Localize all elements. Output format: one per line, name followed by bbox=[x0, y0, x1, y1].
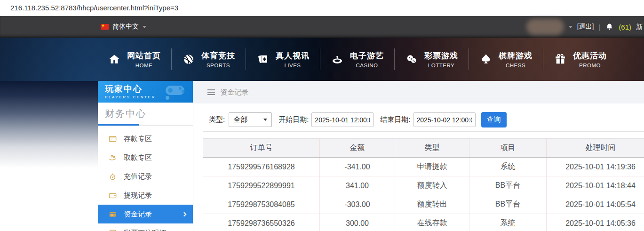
sports-ball-icon bbox=[182, 53, 195, 66]
language-selector[interactable]: ★ 简体中文 bbox=[101, 23, 146, 31]
table-row: 1759299576168928 -341.00 申请提款 系统 2025-10… bbox=[203, 158, 644, 176]
background-gradient-strip bbox=[0, 81, 98, 231]
nav-item-promo[interactable]: 优惠活动 PROMO bbox=[543, 50, 617, 68]
start-date-input[interactable] bbox=[311, 112, 374, 127]
col-order-number: 订单号 bbox=[203, 139, 320, 158]
cell-project: BB平台 bbox=[469, 176, 547, 195]
sidebar-item-withdrawal-records[interactable]: 提现记录 bbox=[98, 186, 193, 205]
cell-type: 额度转出 bbox=[395, 195, 469, 214]
col-process-time: 处理时间 bbox=[547, 139, 644, 158]
sidebar-item-recharge-records[interactable]: 充值记录 bbox=[98, 167, 193, 186]
nav-label-en: CASINO bbox=[350, 63, 384, 68]
breadcrumb: 资金记录 bbox=[193, 81, 644, 104]
nav-label-zh: 网站首页 bbox=[127, 50, 161, 61]
cell-project: 系统 bbox=[469, 158, 547, 176]
end-date-input[interactable] bbox=[413, 112, 476, 127]
table-row: 1759298753084085 -303.00 额度转出 BB平台 2025-… bbox=[203, 195, 644, 214]
lottery-balls-icon bbox=[405, 53, 418, 66]
logout-button[interactable]: [退出] bbox=[577, 23, 594, 31]
nav-item-sports[interactable]: 体育竞技 SPORTS bbox=[172, 50, 246, 68]
sidebar-item-label: 资金记录 bbox=[124, 210, 152, 219]
nav-label-en: LIVES bbox=[276, 63, 310, 68]
funds-record-icon bbox=[108, 210, 117, 219]
nav-item-lottery[interactable]: 彩票游戏 LOTTERY bbox=[395, 50, 469, 68]
nav-label-zh: 体育竞技 bbox=[201, 50, 235, 61]
nav-label-en: SPORTS bbox=[201, 63, 235, 68]
funds-record-table: 订单号 金额 类型 项目 处理时间 1759299576168928 -341.… bbox=[203, 138, 644, 231]
sidebar-item-lottery-bet-details[interactable]: 彩票下注明细 bbox=[98, 223, 193, 231]
sidebar-item-deposit[interactable]: 存款专区 bbox=[98, 129, 193, 148]
col-type: 类型 bbox=[395, 139, 469, 158]
sidebar-item-label: 存款专区 bbox=[124, 135, 152, 143]
gift-icon bbox=[554, 53, 567, 66]
nav-label-zh: 优惠活动 bbox=[573, 50, 607, 61]
sidebar-header: 玩家中心 PLAYERS CENTER bbox=[98, 81, 193, 103]
sidebar-item-label: 提现记录 bbox=[124, 191, 152, 200]
players-center-sidebar: 玩家中心 PLAYERS CENTER 财务中心 bbox=[98, 81, 193, 231]
money-bag-icon bbox=[108, 172, 117, 181]
cell-process-time: 2025-10-01 14:18:44 bbox=[547, 176, 644, 195]
cell-order-number: 1759298753084085 bbox=[203, 195, 320, 214]
browser-url-text[interactable]: 216.118.235.52:8783/hhcp/usercenter.html… bbox=[10, 4, 178, 12]
content-region: 玩家中心 PLAYERS CENTER 财务中心 bbox=[0, 81, 644, 231]
page: 216.118.235.52:8783/hhcp/usercenter.html… bbox=[0, 0, 644, 231]
wallet-icon bbox=[108, 191, 117, 200]
main-body: 类型: 全部 开始日期: 结束日期: 查询 bbox=[193, 104, 644, 231]
nav-item-chess[interactable]: 棋牌游戏 CHESS bbox=[469, 50, 543, 68]
nav-label-zh: 真人视讯 bbox=[276, 50, 310, 61]
sidebar-item-withdraw[interactable]: 取款专区 bbox=[98, 148, 193, 167]
chevron-down-icon bbox=[143, 26, 146, 28]
nav-label-zh: 彩票游戏 bbox=[424, 50, 458, 61]
cell-order-number: 1759298736550326 bbox=[203, 214, 320, 231]
main-navigation: 网站首页 HOME 体育竞技 SPORTS 真人视讯 LI bbox=[0, 38, 644, 81]
roulette-icon bbox=[331, 53, 344, 66]
cell-process-time: 2025-10-01 14:19:36 bbox=[547, 158, 644, 176]
sidebar-menu: 存款专区 取款专区 充值记录 bbox=[98, 129, 193, 231]
cell-type: 额度转入 bbox=[395, 176, 469, 195]
browser-url-bar[interactable]: 216.118.235.52:8783/hhcp/usercenter.html… bbox=[0, 0, 644, 16]
sidebar-item-label: 取款专区 bbox=[124, 153, 152, 162]
section-title: 财务中心 bbox=[98, 107, 193, 125]
cell-project: BB平台 bbox=[469, 195, 547, 214]
table-row: 1759299522899991 341.00 额度转入 BB平台 2025-1… bbox=[203, 176, 644, 195]
nav-label-en: CHESS bbox=[499, 63, 533, 68]
col-amount: 金额 bbox=[320, 139, 395, 158]
topbar-divider: | bbox=[598, 23, 600, 31]
nav-item-lives[interactable]: 真人视讯 LIVES bbox=[246, 50, 320, 68]
hand-coins-icon bbox=[108, 153, 117, 162]
topbar-right-group: [退出] | (61) 新 bbox=[526, 19, 643, 35]
sidebar-item-label: 充值记录 bbox=[124, 172, 152, 181]
notification-bell-icon[interactable] bbox=[605, 23, 614, 32]
nav-label-zh: 电子游艺 bbox=[350, 50, 384, 61]
type-select-value: 全部 bbox=[233, 115, 247, 124]
cell-amount: -303.00 bbox=[320, 195, 395, 214]
search-button[interactable]: 查询 bbox=[481, 112, 507, 127]
nav-item-home[interactable]: 网站首页 HOME bbox=[97, 50, 171, 68]
nav-label-en: HOME bbox=[127, 63, 161, 68]
col-project: 项目 bbox=[469, 139, 547, 158]
hamburger-icon[interactable] bbox=[207, 89, 215, 95]
spade-icon bbox=[479, 53, 493, 66]
cell-amount: 341.00 bbox=[320, 176, 395, 195]
nav-label-zh: 棋牌游戏 bbox=[499, 50, 533, 61]
type-filter-label: 类型: bbox=[209, 115, 225, 124]
sidebar-item-funds-records[interactable]: 资金记录 bbox=[98, 205, 193, 223]
notification-new-label[interactable]: 新 bbox=[636, 23, 643, 32]
main-panel: 资金记录 类型: 全部 开始日期: 结束日期: 查询 bbox=[193, 81, 644, 231]
user-chevron-down-icon[interactable] bbox=[569, 26, 572, 28]
deposit-card-icon bbox=[108, 135, 117, 143]
cell-amount: 300.00 bbox=[320, 214, 395, 231]
breadcrumb-label: 资金记录 bbox=[220, 88, 248, 97]
table-row: 1759298736550326 300.00 在线存款 系统 2025-10-… bbox=[203, 214, 644, 231]
username-redacted bbox=[526, 19, 564, 35]
cell-type: 在线存款 bbox=[395, 214, 469, 231]
notification-count[interactable]: (61) bbox=[619, 23, 631, 31]
select-caret-icon bbox=[263, 119, 267, 121]
start-date-label: 开始日期: bbox=[278, 115, 309, 124]
nav-item-casino[interactable]: 电子游艺 CASINO bbox=[320, 50, 394, 68]
language-label: 简体中文 bbox=[112, 23, 139, 31]
china-flag-icon: ★ bbox=[101, 24, 109, 30]
cell-amount: -341.00 bbox=[320, 158, 395, 176]
type-select[interactable]: 全部 bbox=[229, 112, 272, 127]
nav-label-en: LOTTERY bbox=[424, 63, 458, 68]
